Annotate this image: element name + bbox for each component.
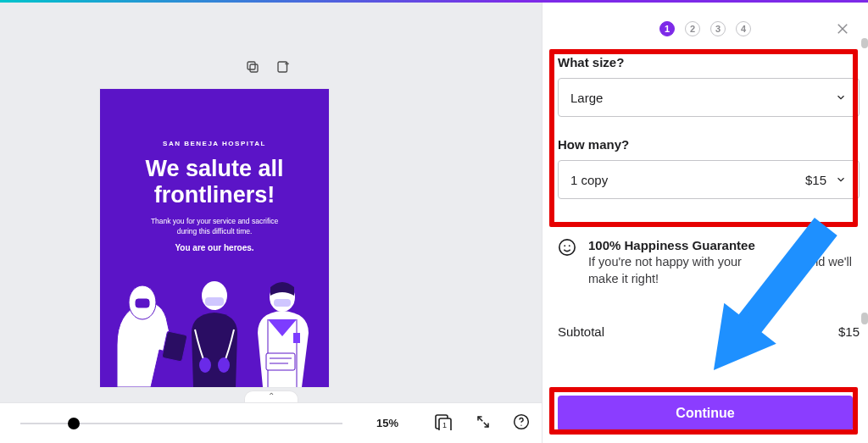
expand-pages-icon[interactable]: ⌃	[244, 390, 298, 402]
print-panel: 1 2 3 4 What size? Large How many? 1 cop…	[542, 3, 868, 443]
chevron-down-icon	[835, 91, 847, 103]
subtotal-label: Subtotal	[558, 324, 604, 339]
continue-button[interactable]: Continue	[558, 396, 853, 431]
step-2[interactable]: 2	[685, 21, 700, 36]
svg-rect-6	[136, 299, 149, 307]
svg-point-22	[520, 424, 521, 425]
add-page-icon[interactable]	[275, 59, 291, 75]
svg-point-27	[569, 245, 570, 246]
svg-point-25	[559, 240, 575, 255]
subtotal-value: $15	[838, 324, 860, 339]
panel-scrollbar[interactable]	[861, 38, 868, 48]
editor-canvas: SAN BENEJA HOSPITAL We salute all frontl…	[0, 3, 542, 443]
step-4[interactable]: 4	[736, 21, 751, 36]
poster-org: SAN BENEJA HOSPITAL	[100, 140, 329, 147]
page-count-icon[interactable]: 1	[433, 413, 453, 434]
svg-rect-13	[274, 299, 291, 307]
quantity-label: How many?	[558, 137, 860, 152]
svg-rect-9	[205, 297, 224, 306]
design-preview[interactable]: SAN BENEJA HOSPITAL We salute all frontl…	[100, 89, 329, 387]
svg-rect-14	[266, 353, 295, 370]
guarantee-block: 100% Happiness Guarantee If you're not h…	[558, 238, 860, 287]
checkout-steps: 1 2 3 4	[542, 21, 868, 36]
close-icon[interactable]	[832, 19, 853, 39]
poster-body: Thank you for your service and sacrifice…	[100, 217, 329, 236]
subtotal-row: Subtotal $15	[558, 324, 860, 339]
step-3[interactable]: 3	[710, 21, 726, 36]
svg-point-26	[564, 245, 565, 246]
zoom-slider-knob[interactable]	[68, 418, 80, 429]
quantity-price: $15	[805, 173, 826, 187]
svg-point-11	[218, 357, 230, 373]
duplicate-page-icon[interactable]	[245, 59, 260, 75]
guarantee-title: 100% Happiness Guarantee	[588, 238, 860, 252]
guarantee-body: If you're not happy with your contact us…	[588, 254, 860, 287]
fullscreen-icon[interactable]	[476, 414, 491, 433]
size-select[interactable]: Large	[558, 78, 860, 117]
quantity-value: 1 copy	[570, 173, 608, 187]
svg-rect-0	[250, 64, 258, 72]
svg-rect-1	[248, 62, 255, 69]
poster-headline: We salute all frontliners!	[100, 156, 329, 208]
svg-text:1: 1	[442, 421, 447, 429]
page-tools	[0, 53, 535, 80]
size-label: What size?	[558, 55, 860, 69]
svg-point-10	[199, 357, 211, 373]
help-icon[interactable]	[513, 413, 530, 434]
chevron-down-icon	[835, 174, 847, 186]
svg-rect-17	[293, 333, 300, 343]
size-select-value: Large	[570, 91, 603, 105]
quantity-select[interactable]: 1 copy $15	[558, 160, 860, 199]
zoom-percent[interactable]: 15%	[376, 417, 398, 429]
zoom-slider[interactable]	[20, 423, 342, 424]
panel-scrollbar[interactable]	[861, 313, 868, 324]
step-1[interactable]: 1	[659, 21, 675, 36]
smiley-icon	[558, 238, 576, 257]
poster-illustration	[100, 252, 329, 387]
zoom-bar: 15% 1	[0, 402, 542, 443]
